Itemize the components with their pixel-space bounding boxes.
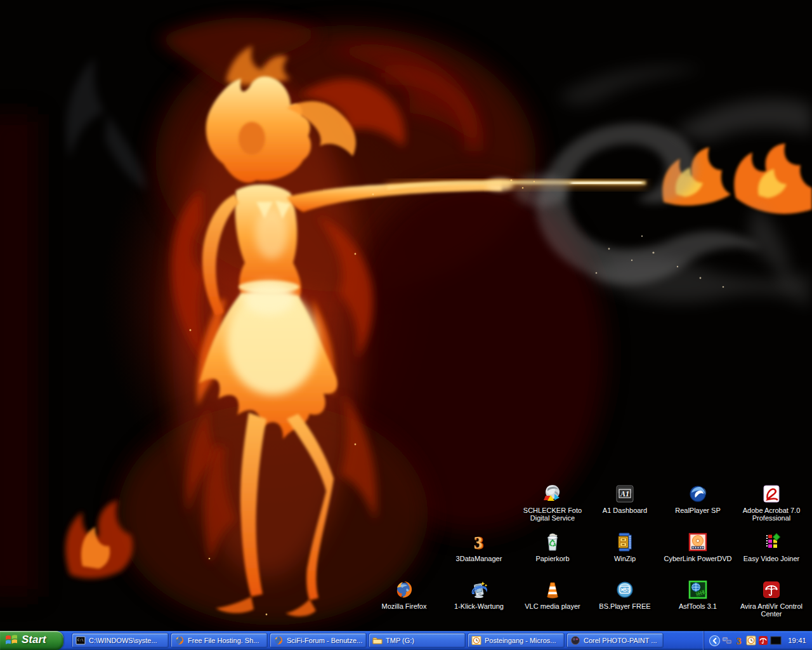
system-tray: 3 19:41 <box>704 631 812 650</box>
command-prompt-icon: C:\ <box>75 635 86 646</box>
desktop-icon-1-klick-wartung[interactable]: 1-Klick-Wartung <box>444 580 514 610</box>
a1-dashboard-icon: A1 <box>615 484 635 504</box>
taskbar-button-label: SciFi-Forum - Benutze... <box>287 637 363 644</box>
taskbar-button-corel[interactable]: Corel PHOTO-PAINT ... <box>566 633 664 648</box>
schlecker-foto-icon <box>542 484 563 504</box>
icon-label: SCHLECKER Foto Digital Service <box>523 507 582 522</box>
firefox-icon <box>394 580 414 600</box>
svg-text:3: 3 <box>737 636 742 646</box>
taskbar-button-label: TMP (G:) <box>386 637 462 644</box>
vlc-icon <box>542 580 563 600</box>
desktop-icon-vlc[interactable]: VLC media player <box>518 580 587 610</box>
desktop-icon-a1-dashboard[interactable]: A1 A1 Dashboard <box>590 484 660 514</box>
desktop-icon-winzip[interactable]: WinZip <box>590 532 660 562</box>
black-window-icon[interactable] <box>770 635 782 646</box>
taskbar-button-firefox-1[interactable]: Free File Hosting. Sh... <box>171 633 268 648</box>
realplayer-icon <box>688 484 708 504</box>
icon-label: 1-Klick-Wartung <box>454 602 504 610</box>
taskbar-button-firefox-2[interactable]: SciFi-Forum - Benutze... <box>270 633 367 648</box>
taskbar-button-label: C:\WINDOWS\syste... <box>89 637 165 644</box>
icon-label: Easy Video Joiner <box>743 555 799 562</box>
windows-flag-icon <box>5 634 18 646</box>
collapse-chevron-icon[interactable] <box>709 635 720 646</box>
cyberlink-powerdvd-icon <box>688 532 708 552</box>
firefox-icon <box>174 635 185 646</box>
taskbar: Start C:\ C:\WINDOWS\syste... Free File … <box>0 631 812 650</box>
easy-video-joiner-icon <box>761 532 782 552</box>
reminder-clock-icon[interactable] <box>746 635 756 646</box>
svg-text:A1: A1 <box>620 489 629 498</box>
svg-text:BS: BS <box>623 587 631 593</box>
avira-icon <box>761 580 782 600</box>
3datamanager-icon: 3 3 <box>469 532 489 552</box>
asftools-icon <box>688 580 708 600</box>
icon-label: Adobe Acrobat 7.0 Professional <box>743 507 801 522</box>
avira-tray-icon[interactable] <box>758 635 768 646</box>
outlook-reminder-icon <box>471 635 481 646</box>
icon-label: RealPlayer SP <box>675 507 721 514</box>
desktop-icon-easy-video-joiner[interactable]: Easy Video Joiner <box>737 532 806 562</box>
taskbar-button-cmd[interactable]: C:\ C:\WINDOWS\syste... <box>72 633 169 648</box>
desktop-icon-asftools[interactable]: AsfTools 3.1 <box>663 580 733 610</box>
taskbar-button-outlook[interactable]: Posteingang - Micros... <box>468 633 565 648</box>
start-label: Start <box>22 633 46 646</box>
taskbar-button-explorer-tmp[interactable]: TMP (G:) <box>369 633 466 648</box>
desktop-icon-3datamanager[interactable]: 3 3 3DataManager <box>444 532 514 562</box>
taskbar-button-label: Free File Hosting. Sh... <box>188 637 264 644</box>
desktop-icon-mozilla-firefox[interactable]: Mozilla Firefox <box>369 580 439 610</box>
icon-label: AsfTools 3.1 <box>679 602 717 610</box>
taskbar-button-label: Corel PHOTO-PAINT ... <box>584 637 660 644</box>
icon-label: VLC media player <box>525 602 580 610</box>
desktop-icon-realplayer[interactable]: RealPlayer SP <box>663 484 733 514</box>
desktop-icon-papierkorb[interactable]: Papierkorb <box>518 532 587 562</box>
desktop-icon-schlecker-foto[interactable]: SCHLECKER Foto Digital Service <box>518 484 587 522</box>
icon-label: Papierkorb <box>535 555 569 562</box>
desktop-icon-avira[interactable]: Avira AntiVir Control Center <box>737 580 806 618</box>
firefox-icon <box>273 635 284 646</box>
task-buttons: C:\ C:\WINDOWS\syste... Free File Hostin… <box>72 631 665 650</box>
adobe-acrobat-icon <box>761 484 782 504</box>
icon-label: WinZip <box>614 555 636 562</box>
desktop-icon-cyberlink-powerdvd[interactable]: CyberLink PowerDVD <box>663 532 733 562</box>
recycle-bin-icon <box>542 532 563 552</box>
bsplayer-icon: BS <box>615 580 635 600</box>
one-klick-wartung-icon <box>469 580 489 600</box>
svg-text:C:\: C:\ <box>77 638 84 642</box>
desktop-icon-bsplayer[interactable]: BS BS.Player FREE <box>590 580 660 610</box>
icon-label: BS.Player FREE <box>599 602 650 610</box>
icon-label: CyberLink PowerDVD <box>664 555 732 562</box>
tray-clock[interactable]: 19:41 <box>788 637 806 644</box>
icon-label: Mozilla Firefox <box>382 602 427 610</box>
desktop: SCHLECKER Foto Digital Service A1 A1 Das… <box>0 0 812 631</box>
winzip-icon <box>615 532 635 552</box>
three-mobile-icon[interactable]: 3 <box>734 635 744 646</box>
desktop-icon-adobe-acrobat[interactable]: Adobe Acrobat 7.0 Professional <box>737 484 806 522</box>
start-button[interactable]: Start <box>0 631 63 650</box>
icon-label: Avira AntiVir Control Center <box>740 602 802 618</box>
network-icon[interactable] <box>722 635 732 646</box>
taskbar-button-label: Posteingang - Micros... <box>485 637 561 644</box>
folder-icon <box>372 635 383 646</box>
icon-label: 3DataManager <box>456 555 502 562</box>
corel-photopaint-icon <box>570 635 580 646</box>
icon-label: A1 Dashboard <box>603 507 647 514</box>
svg-text:3: 3 <box>474 533 483 552</box>
